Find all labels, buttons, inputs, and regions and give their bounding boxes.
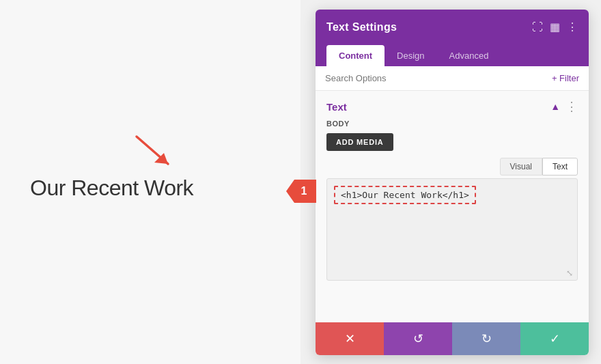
text-editor[interactable]: <h1>Our Recent Work</h1> ⤡ bbox=[326, 178, 578, 281]
editor-tabs: Visual Text bbox=[326, 158, 578, 176]
grid-icon[interactable]: ▦ bbox=[550, 22, 560, 33]
chevron-up-icon[interactable]: ▲ bbox=[550, 101, 560, 112]
body-label: Body bbox=[326, 120, 578, 128]
canvas-content: Our Recent Work bbox=[0, 0, 300, 364]
arrow-indicator bbox=[128, 131, 183, 172]
tab-visual[interactable]: Visual bbox=[500, 158, 542, 176]
section-title: Text bbox=[326, 101, 347, 113]
settings-panel: Text Settings ⛶ ▦ ⋮ Content Design Advan… bbox=[316, 10, 589, 355]
canvas-main-text: Our Recent Work bbox=[30, 176, 193, 201]
save-button[interactable]: ✓ bbox=[520, 322, 589, 355]
panel-header-icons: ⛶ ▦ ⋮ bbox=[532, 22, 578, 33]
section-options-icon[interactable]: ⋮ bbox=[565, 100, 578, 113]
canvas-area: Our Recent Work bbox=[0, 0, 300, 364]
fullscreen-icon[interactable]: ⛶ bbox=[532, 22, 543, 33]
redo-button[interactable]: ↻ bbox=[452, 322, 520, 355]
panel-body: Text ▲ ⋮ Body ADD MEDIA Visual Text <h1>… bbox=[316, 91, 589, 322]
step-badge-wrap: 1 bbox=[286, 180, 316, 203]
resize-handle[interactable]: ⤡ bbox=[566, 269, 574, 277]
tab-content[interactable]: Content bbox=[326, 45, 385, 66]
editor-content: <h1>Our Recent Work</h1> bbox=[334, 186, 476, 204]
more-icon[interactable]: ⋮ bbox=[567, 22, 578, 33]
panel-tabs: Content Design Advanced bbox=[316, 45, 589, 66]
tab-text[interactable]: Text bbox=[542, 158, 578, 176]
undo-button[interactable]: ↺ bbox=[384, 322, 452, 355]
filter-button[interactable]: + Filter bbox=[552, 73, 579, 83]
panel-header: Text Settings ⛶ ▦ ⋮ bbox=[316, 10, 589, 45]
step-badge: 1 bbox=[286, 180, 316, 203]
section-header: Text ▲ ⋮ bbox=[326, 100, 578, 113]
search-input[interactable] bbox=[325, 73, 546, 83]
search-bar: + Filter bbox=[316, 66, 589, 91]
tab-design[interactable]: Design bbox=[385, 45, 436, 66]
panel-title: Text Settings bbox=[326, 21, 397, 33]
section-controls: ▲ ⋮ bbox=[550, 100, 578, 113]
cancel-button[interactable]: ✕ bbox=[316, 322, 384, 355]
add-media-button[interactable]: ADD MEDIA bbox=[326, 133, 393, 151]
panel-footer: ✕ ↺ ↻ ✓ bbox=[316, 322, 589, 355]
tab-advanced[interactable]: Advanced bbox=[437, 45, 501, 66]
